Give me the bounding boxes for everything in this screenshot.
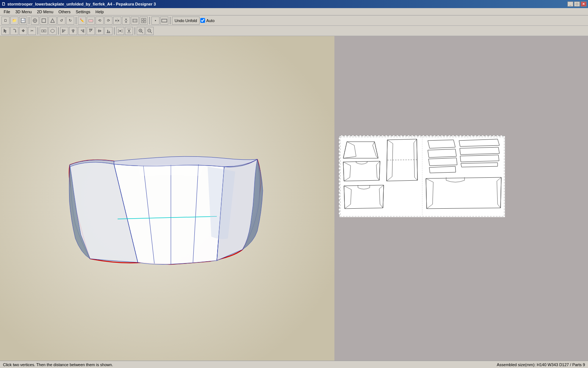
auto-checkbox-label[interactable]: Auto [200, 18, 215, 23]
menu-help[interactable]: Help [93, 9, 106, 15]
title-bar: 🗋 stormtrooper_lowerbackplate_unfolded_b… [0, 0, 588, 8]
status-left-text: Click two vertices. Then the distance be… [3, 362, 113, 367]
svg-rect-46 [109, 31, 110, 33]
new-button[interactable]: 🗋 [1, 17, 10, 25]
separator-4 [170, 17, 171, 24]
menu-bar: File 3D Menu 2D Menu Others Settings Hel… [0, 8, 588, 15]
toolbar1: 🗋 📁 ↺ ↻ ✏️ ⟲ ⟳ ▪ Undo Unfold Au [0, 15, 588, 26]
status-right-text: Assembled size(mm): H140 W343 D127 / Par… [497, 362, 585, 367]
open-button[interactable]: 📁 [10, 17, 18, 25]
pencil-tool[interactable]: ✏️ [78, 17, 86, 25]
svg-rect-15 [133, 19, 137, 22]
rotate-tool[interactable] [10, 27, 18, 35]
svg-marker-14 [125, 21, 127, 22]
svg-marker-28 [51, 29, 54, 33]
title-bar-controls[interactable]: _ □ ✕ [567, 1, 587, 7]
grid-view[interactable] [140, 17, 148, 25]
svg-rect-19 [144, 18, 146, 20]
save-button[interactable] [19, 17, 27, 25]
move-tool[interactable]: ✥ [19, 27, 27, 35]
svg-marker-23 [4, 29, 7, 33]
svg-rect-34 [72, 31, 74, 32]
close-button[interactable]: ✕ [581, 1, 587, 7]
svg-line-54 [141, 32, 143, 33]
svg-rect-52 [128, 30, 130, 32]
svg-marker-13 [125, 19, 127, 20]
separator-3 [149, 17, 150, 24]
app-icon: 🗋 [1, 1, 6, 7]
auto-checkbox[interactable] [200, 18, 205, 23]
toolbar2: ✥ ✂ [0, 26, 588, 36]
maximize-button[interactable]: □ [574, 1, 580, 7]
svg-rect-39 [90, 29, 90, 32]
svg-rect-26 [44, 30, 46, 32]
menu-others[interactable]: Others [56, 9, 73, 15]
align-top[interactable] [87, 27, 95, 35]
svg-rect-18 [141, 18, 143, 20]
tool-btn-2[interactable] [40, 17, 48, 25]
svg-line-58 [150, 32, 152, 33]
flip-h[interactable] [113, 17, 121, 25]
zoom-out[interactable] [146, 27, 154, 35]
pointer-tool[interactable] [1, 27, 10, 35]
svg-rect-49 [119, 30, 121, 32]
svg-rect-33 [72, 30, 75, 31]
2d-panel[interactable] [334, 36, 588, 361]
tool-btn-1[interactable] [31, 17, 39, 25]
menu-settings[interactable]: Settings [74, 9, 93, 15]
menu-file[interactable]: File [1, 9, 12, 15]
menu-2d[interactable]: 2D Menu [35, 9, 55, 15]
separator-1 [29, 17, 29, 24]
minimize-button[interactable]: _ [567, 1, 573, 7]
svg-marker-11 [118, 20, 119, 22]
svg-rect-1 [22, 18, 24, 20]
svg-rect-37 [82, 31, 84, 32]
align-right[interactable] [78, 27, 86, 35]
svg-rect-30 [62, 30, 65, 31]
redo-button[interactable]: ↻ [66, 17, 74, 25]
svg-rect-31 [62, 31, 64, 32]
rotate-left[interactable]: ⟲ [96, 17, 104, 25]
3d-viewport[interactable] [0, 36, 334, 361]
eraser-tool[interactable] [87, 17, 95, 25]
svg-rect-8 [89, 20, 93, 22]
svg-rect-20 [141, 21, 143, 23]
rotate-right[interactable]: ⟳ [104, 17, 112, 25]
svg-rect-43 [100, 30, 101, 32]
3d-view-tool[interactable] [49, 27, 57, 35]
svg-rect-2 [21, 21, 25, 22]
align-bottom[interactable] [104, 27, 112, 35]
svg-rect-22 [162, 19, 167, 22]
square-btn[interactable]: ▪ [151, 17, 159, 25]
join-tool[interactable] [40, 27, 48, 35]
undo-unfold-button[interactable]: Undo Unfold [172, 17, 200, 25]
svg-rect-21 [144, 21, 146, 23]
svg-rect-45 [107, 30, 108, 33]
align-left[interactable] [60, 27, 68, 35]
paper-preview [339, 135, 504, 216]
svg-marker-10 [115, 20, 117, 22]
svg-rect-36 [81, 30, 84, 31]
title-bar-left: 🗋 stormtrooper_lowerbackplate_unfolded_b… [1, 1, 156, 7]
svg-rect-6 [42, 19, 46, 22]
cut-tool[interactable]: ✂ [28, 27, 36, 35]
flip-v[interactable] [122, 17, 130, 25]
zoom-in[interactable] [137, 27, 145, 35]
align-middle-v[interactable] [96, 27, 104, 35]
undo-button[interactable]: ↺ [57, 17, 65, 25]
svg-rect-25 [42, 30, 43, 32]
distribute-h[interactable] [116, 27, 124, 35]
tool-btn-3[interactable] [49, 17, 57, 25]
align-center-h[interactable] [69, 27, 77, 35]
sep-t2-1 [37, 27, 38, 35]
svg-marker-7 [51, 19, 54, 22]
sep-t2-3 [114, 27, 115, 35]
separator-2 [76, 17, 76, 24]
model-container [0, 36, 334, 361]
zoom-fit[interactable] [131, 17, 139, 25]
menu-3d[interactable]: 3D Menu [13, 9, 34, 15]
rect-btn[interactable] [160, 17, 168, 25]
status-bar: Click two vertices. Then the distance be… [0, 361, 588, 368]
svg-rect-40 [91, 29, 92, 31]
distribute-v[interactable] [125, 27, 133, 35]
